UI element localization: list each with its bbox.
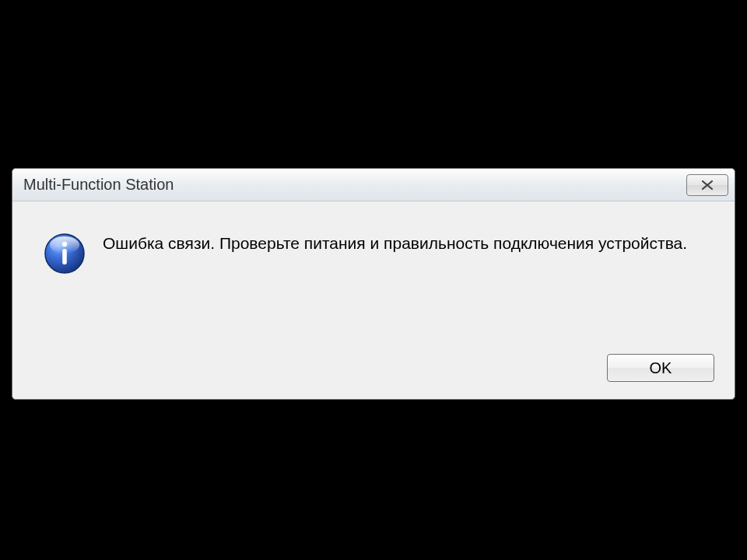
- svg-point-2: [62, 242, 67, 247]
- close-button[interactable]: [686, 174, 728, 196]
- dialog-content: Ошибка связи. Проверьте питания и правил…: [12, 201, 735, 275]
- dialog-title: Multi-Function Station: [23, 176, 686, 194]
- info-icon: [44, 233, 86, 275]
- ok-button-label: OK: [650, 359, 672, 377]
- ok-button[interactable]: OK: [607, 354, 714, 382]
- dialog-message: Ошибка связи. Проверьте питания и правил…: [103, 229, 687, 256]
- svg-rect-3: [62, 249, 67, 264]
- button-row: OK: [607, 354, 714, 382]
- close-icon: [700, 180, 714, 191]
- titlebar: Multi-Function Station: [12, 169, 735, 201]
- message-dialog: Multi-Function Station: [12, 168, 735, 400]
